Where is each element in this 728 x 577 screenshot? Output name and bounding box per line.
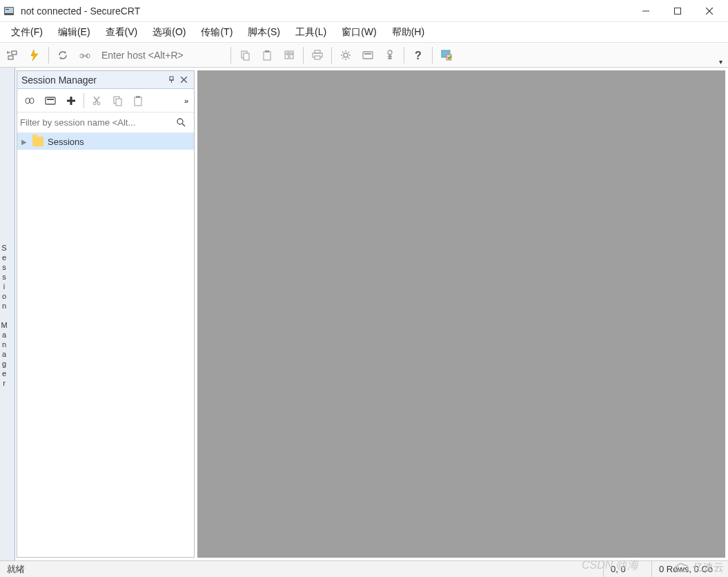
status-cursor: 0, 0 [604,561,652,577]
print-icon[interactable] [308,46,327,65]
svg-rect-4 [675,8,681,14]
copy-icon[interactable] [235,46,255,65]
svg-rect-49 [135,97,141,106]
window-title: not connected - SecureCRT [21,6,630,17]
svg-text:?: ? [415,50,422,61]
svg-point-25 [388,50,392,55]
svg-rect-48 [116,99,121,106]
svg-rect-50 [136,96,140,98]
search-icon[interactable] [176,117,191,128]
menu-options[interactable]: 选项(O) [146,23,193,41]
paste-icon[interactable] [257,46,277,65]
main-toolbar: ? ▾ [0,43,728,68]
minimize-button[interactable] [630,0,662,22]
new-session-icon[interactable] [41,91,60,110]
svg-rect-21 [315,56,320,59]
connect-icon[interactable] [20,91,39,110]
filter-input[interactable] [20,117,176,128]
panel-toolbar: » [17,89,194,113]
svg-rect-28 [388,58,392,59]
menubar: 文件(F) 编辑(E) 查看(V) 选项(O) 传输(T) 脚本(S) 工具(L… [0,22,728,43]
svg-point-38 [30,98,34,104]
panel-header: Session Manager [17,71,194,89]
svg-rect-23 [363,52,373,59]
toolbar-separator [230,47,231,63]
status-rows: 0 Rows, 0 Co [652,561,728,577]
folder-icon [32,137,43,146]
copy-icon[interactable] [108,91,127,110]
menu-file[interactable]: 文件(F) [4,23,50,41]
tree-item-label: Sessions [48,137,84,147]
menu-tools[interactable]: 工具(L) [288,23,333,41]
close-button[interactable] [693,0,725,22]
svg-point-9 [80,54,83,58]
host-input[interactable] [97,47,226,63]
session-manager-tab[interactable]: Session Manager [0,68,15,560]
svg-rect-40 [47,99,54,100]
toolbar-separator [83,93,84,108]
menu-edit[interactable]: 编辑(E) [51,23,97,41]
app-icon [3,5,15,17]
reconnect-icon[interactable] [53,46,72,65]
main-area: Session Manager Session Manager » ▶ [0,68,728,560]
svg-point-51 [177,119,183,124]
menu-help[interactable]: 帮助(H) [385,23,431,41]
svg-rect-8 [8,56,13,59]
svg-rect-14 [265,50,269,52]
svg-point-10 [87,54,90,58]
toolbar-overflow-icon[interactable]: ▾ [716,58,725,66]
new-folder-icon[interactable] [61,91,81,110]
chevron-right-icon[interactable]: ▶ [21,138,28,146]
svg-rect-32 [170,77,173,80]
quick-connect-icon[interactable] [25,46,44,65]
help-icon[interactable]: ? [409,46,428,65]
statusbar: 就绪 0, 0 0 Rows, 0 Co [0,560,728,577]
svg-rect-7 [12,51,17,55]
toolbar-separator [432,47,433,63]
filter-row [17,113,194,133]
svg-point-22 [344,53,348,57]
maximize-button[interactable] [662,0,693,22]
paste-icon[interactable] [128,91,148,110]
keymap-icon[interactable] [380,46,400,65]
titlebar: not connected - SecureCRT [0,0,728,22]
session-tree[interactable]: ▶ Sessions [17,133,194,557]
terminal-area[interactable] [197,70,725,558]
svg-rect-2 [6,9,9,10]
session-manager-panel: Session Manager » ▶ Sessions [17,70,195,558]
svg-point-37 [26,98,30,104]
toolbar-separator [404,47,404,63]
toolbar-separator [303,47,304,63]
status-ready: 就绪 [0,561,604,577]
toolbar-separator [48,47,49,63]
svg-rect-12 [244,53,249,60]
svg-point-17 [286,52,288,55]
panel-title: Session Manager [21,75,97,86]
pin-icon[interactable] [165,74,177,86]
menu-window[interactable]: 窗口(W) [335,23,384,41]
find-icon[interactable] [279,46,299,65]
panel-toolbar-more-icon[interactable]: » [181,97,191,105]
settings-icon[interactable] [336,46,355,65]
connect-dialog-icon[interactable] [3,46,22,65]
disconnect-icon[interactable] [75,46,95,65]
panel-close-icon[interactable] [177,74,190,86]
tree-root-sessions[interactable]: ▶ Sessions [17,133,194,150]
session-options-icon[interactable] [358,46,377,65]
menu-transfer[interactable]: 传输(T) [194,23,239,41]
svg-point-18 [291,52,293,55]
svg-rect-13 [264,52,270,60]
menu-view[interactable]: 查看(V) [99,23,145,41]
svg-point-45 [93,102,96,105]
window-controls [630,0,725,22]
activate-icon[interactable] [437,46,456,65]
svg-line-52 [182,124,185,126]
svg-rect-24 [364,53,371,55]
cut-icon[interactable] [87,91,106,110]
menu-script[interactable]: 脚本(S) [241,23,287,41]
svg-rect-19 [315,50,320,53]
svg-rect-39 [46,97,55,104]
svg-rect-27 [388,56,392,57]
toolbar-separator [331,47,332,63]
svg-point-46 [97,102,100,105]
